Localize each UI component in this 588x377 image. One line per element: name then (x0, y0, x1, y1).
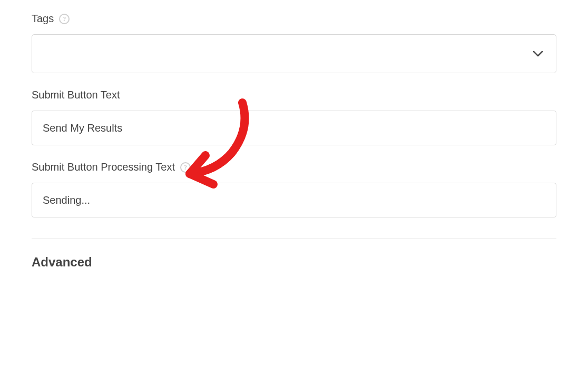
submit-button-processing-text-input[interactable] (32, 183, 556, 217)
submit-button-text-label: Submit Button Text (32, 89, 120, 101)
help-icon[interactable]: ? (59, 14, 70, 24)
submit-button-text-field-group: Submit Button Text (32, 89, 556, 145)
advanced-section-heading: Advanced (32, 255, 556, 270)
tags-label-row: Tags ? (32, 13, 556, 25)
submit-button-text-label-row: Submit Button Text (32, 89, 556, 101)
submit-button-text-input[interactable] (32, 111, 556, 145)
submit-button-processing-text-field-group: Submit Button Processing Text ? (32, 161, 556, 217)
tags-dropdown[interactable] (32, 34, 556, 73)
chevron-down-icon (533, 51, 543, 57)
submit-button-processing-text-label: Submit Button Processing Text (32, 161, 175, 173)
submit-button-processing-text-label-row: Submit Button Processing Text ? (32, 161, 556, 173)
help-icon[interactable]: ? (180, 162, 191, 173)
section-divider (32, 239, 556, 239)
tags-field-group: Tags ? (32, 13, 556, 73)
tags-label: Tags (32, 13, 54, 25)
